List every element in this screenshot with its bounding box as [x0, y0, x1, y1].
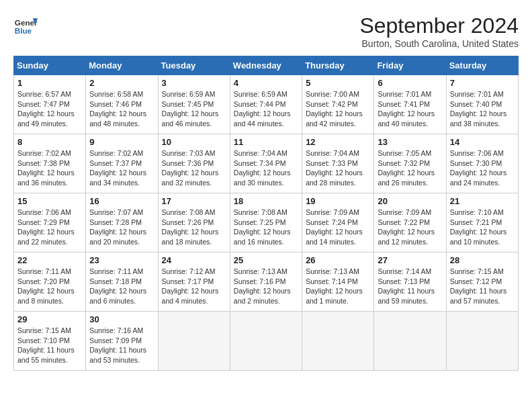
day-number: 5: [306, 78, 370, 88]
day-number: 30: [89, 314, 154, 324]
calendar-cell: 21 Sunrise: 7:10 AM Sunset: 7:21 PM Dayl…: [446, 193, 518, 253]
day-number: 24: [162, 255, 226, 265]
day-info: Sunrise: 6:58 AM Sunset: 7:46 PM Dayligh…: [89, 89, 154, 129]
day-number: 11: [234, 137, 298, 147]
day-info: Sunrise: 7:08 AM Sunset: 7:25 PM Dayligh…: [234, 208, 298, 247]
page-header: General Blue September 2024 Burton, Sout…: [13, 13, 519, 49]
day-info: Sunrise: 7:04 AM Sunset: 7:33 PM Dayligh…: [306, 148, 370, 188]
day-number: 8: [17, 137, 82, 147]
day-info: Sunrise: 7:06 AM Sunset: 7:30 PM Dayligh…: [450, 148, 515, 188]
calendar-cell: [158, 312, 230, 371]
calendar-cell: [230, 312, 302, 371]
calendar-cell: 2 Sunrise: 6:58 AM Sunset: 7:46 PM Dayli…: [86, 75, 158, 134]
day-info: Sunrise: 7:11 AM Sunset: 7:20 PM Dayligh…: [17, 267, 82, 306]
day-info: Sunrise: 7:04 AM Sunset: 7:34 PM Dayligh…: [234, 148, 298, 188]
day-number: 29: [17, 314, 82, 324]
day-info: Sunrise: 7:09 AM Sunset: 7:24 PM Dayligh…: [306, 208, 370, 247]
day-info: Sunrise: 6:59 AM Sunset: 7:44 PM Dayligh…: [234, 89, 298, 129]
col-friday: Friday: [374, 56, 446, 75]
day-number: 22: [17, 255, 82, 265]
day-number: 19: [306, 196, 370, 206]
calendar-row: 1 Sunrise: 6:57 AM Sunset: 7:47 PM Dayli…: [14, 75, 519, 134]
calendar-cell: 23 Sunrise: 7:11 AM Sunset: 7:18 PM Dayl…: [86, 253, 158, 312]
calendar-cell: 26 Sunrise: 7:13 AM Sunset: 7:14 PM Dayl…: [302, 253, 374, 312]
day-info: Sunrise: 7:14 AM Sunset: 7:13 PM Dayligh…: [378, 267, 442, 306]
day-number: 9: [89, 137, 154, 147]
day-number: 25: [234, 255, 298, 265]
day-info: Sunrise: 7:12 AM Sunset: 7:17 PM Dayligh…: [162, 267, 226, 306]
day-number: 23: [89, 255, 154, 265]
calendar-cell: [374, 312, 446, 371]
calendar-cell: 4 Sunrise: 6:59 AM Sunset: 7:44 PM Dayli…: [230, 75, 302, 134]
day-info: Sunrise: 7:05 AM Sunset: 7:32 PM Dayligh…: [378, 148, 442, 188]
calendar-cell: 13 Sunrise: 7:05 AM Sunset: 7:32 PM Dayl…: [374, 134, 446, 193]
col-monday: Monday: [86, 56, 158, 75]
day-number: 27: [378, 255, 442, 265]
day-info: Sunrise: 7:01 AM Sunset: 7:41 PM Dayligh…: [378, 89, 442, 129]
day-info: Sunrise: 7:01 AM Sunset: 7:40 PM Dayligh…: [450, 89, 515, 129]
day-number: 28: [450, 255, 515, 265]
day-info: Sunrise: 7:02 AM Sunset: 7:37 PM Dayligh…: [89, 148, 154, 188]
day-info: Sunrise: 7:08 AM Sunset: 7:26 PM Dayligh…: [162, 208, 226, 247]
day-info: Sunrise: 7:09 AM Sunset: 7:22 PM Dayligh…: [378, 208, 442, 247]
day-info: Sunrise: 7:13 AM Sunset: 7:16 PM Dayligh…: [234, 267, 298, 306]
day-info: Sunrise: 6:57 AM Sunset: 7:47 PM Dayligh…: [17, 89, 82, 129]
day-info: Sunrise: 7:07 AM Sunset: 7:28 PM Dayligh…: [89, 208, 154, 247]
calendar-cell: 15 Sunrise: 7:06 AM Sunset: 7:29 PM Dayl…: [14, 193, 86, 253]
calendar-cell: 12 Sunrise: 7:04 AM Sunset: 7:33 PM Dayl…: [302, 134, 374, 193]
calendar-row: 8 Sunrise: 7:02 AM Sunset: 7:38 PM Dayli…: [14, 134, 519, 193]
day-number: 16: [89, 196, 154, 206]
calendar-cell: 19 Sunrise: 7:09 AM Sunset: 7:24 PM Dayl…: [302, 193, 374, 253]
day-number: 10: [162, 137, 226, 147]
day-info: Sunrise: 7:10 AM Sunset: 7:21 PM Dayligh…: [450, 208, 515, 247]
day-number: 26: [306, 255, 370, 265]
logo: General Blue: [13, 13, 38, 38]
location-title: Burton, South Carolina, United States: [359, 38, 519, 49]
day-number: 14: [450, 137, 515, 147]
calendar-cell: [446, 312, 518, 371]
calendar-cell: 8 Sunrise: 7:02 AM Sunset: 7:38 PM Dayli…: [14, 134, 86, 193]
day-number: 15: [17, 196, 82, 206]
calendar-cell: 27 Sunrise: 7:14 AM Sunset: 7:13 PM Dayl…: [374, 253, 446, 312]
calendar-cell: [302, 312, 374, 371]
calendar-cell: 22 Sunrise: 7:11 AM Sunset: 7:20 PM Dayl…: [14, 253, 86, 312]
calendar-header-row: Sunday Monday Tuesday Wednesday Thursday…: [14, 56, 519, 75]
day-number: 20: [378, 196, 442, 206]
day-info: Sunrise: 7:02 AM Sunset: 7:38 PM Dayligh…: [17, 148, 82, 188]
day-number: 1: [17, 78, 82, 88]
day-info: Sunrise: 7:11 AM Sunset: 7:18 PM Dayligh…: [89, 267, 154, 306]
calendar-row: 29 Sunrise: 7:15 AM Sunset: 7:10 PM Dayl…: [14, 312, 519, 371]
col-saturday: Saturday: [446, 56, 518, 75]
day-info: Sunrise: 7:13 AM Sunset: 7:14 PM Dayligh…: [306, 267, 370, 306]
calendar-cell: 3 Sunrise: 6:59 AM Sunset: 7:45 PM Dayli…: [158, 75, 230, 134]
day-info: Sunrise: 6:59 AM Sunset: 7:45 PM Dayligh…: [162, 89, 226, 129]
day-number: 7: [450, 78, 515, 88]
col-wednesday: Wednesday: [230, 56, 302, 75]
calendar-cell: 10 Sunrise: 7:03 AM Sunset: 7:36 PM Dayl…: [158, 134, 230, 193]
month-title: September 2024: [359, 13, 519, 38]
calendar-cell: 28 Sunrise: 7:15 AM Sunset: 7:12 PM Dayl…: [446, 253, 518, 312]
calendar-cell: 18 Sunrise: 7:08 AM Sunset: 7:25 PM Dayl…: [230, 193, 302, 253]
calendar-cell: 7 Sunrise: 7:01 AM Sunset: 7:40 PM Dayli…: [446, 75, 518, 134]
day-info: Sunrise: 7:16 AM Sunset: 7:09 PM Dayligh…: [89, 326, 154, 365]
calendar-cell: 11 Sunrise: 7:04 AM Sunset: 7:34 PM Dayl…: [230, 134, 302, 193]
day-number: 13: [378, 137, 442, 147]
day-number: 6: [378, 78, 442, 88]
calendar-cell: 14 Sunrise: 7:06 AM Sunset: 7:30 PM Dayl…: [446, 134, 518, 193]
col-thursday: Thursday: [302, 56, 374, 75]
day-info: Sunrise: 7:03 AM Sunset: 7:36 PM Dayligh…: [162, 148, 226, 188]
day-info: Sunrise: 7:06 AM Sunset: 7:29 PM Dayligh…: [17, 208, 82, 247]
day-info: Sunrise: 7:15 AM Sunset: 7:10 PM Dayligh…: [17, 326, 82, 365]
day-number: 21: [450, 196, 515, 206]
calendar-cell: 25 Sunrise: 7:13 AM Sunset: 7:16 PM Dayl…: [230, 253, 302, 312]
calendar-cell: 20 Sunrise: 7:09 AM Sunset: 7:22 PM Dayl…: [374, 193, 446, 253]
col-sunday: Sunday: [14, 56, 86, 75]
svg-text:Blue: Blue: [15, 26, 32, 35]
calendar-cell: 24 Sunrise: 7:12 AM Sunset: 7:17 PM Dayl…: [158, 253, 230, 312]
calendar-cell: 30 Sunrise: 7:16 AM Sunset: 7:09 PM Dayl…: [86, 312, 158, 371]
day-number: 3: [162, 78, 226, 88]
col-tuesday: Tuesday: [158, 56, 230, 75]
day-info: Sunrise: 7:15 AM Sunset: 7:12 PM Dayligh…: [450, 267, 515, 306]
title-area: September 2024 Burton, South Carolina, U…: [359, 13, 519, 49]
calendar-cell: 16 Sunrise: 7:07 AM Sunset: 7:28 PM Dayl…: [86, 193, 158, 253]
